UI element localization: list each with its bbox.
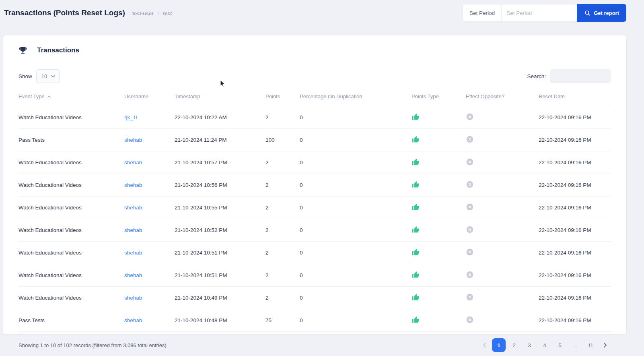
reset-date-cell: 22-10-2024 09:16 PM — [539, 242, 611, 264]
username-link[interactable]: shehab — [124, 205, 142, 211]
username-link[interactable]: shehab — [124, 250, 142, 256]
column-header-reset-date[interactable]: Reset Date — [539, 93, 611, 106]
points-type-cell — [412, 106, 466, 129]
column-header-effect-opposite[interactable]: Effect Opposite? — [466, 93, 539, 106]
thumbs-up-icon — [412, 158, 420, 166]
pagination-pages: 12345...11 — [492, 338, 597, 352]
timestamp-cell: 21-10-2024 10:52 PM — [175, 219, 265, 242]
effect-opposite-cell — [466, 287, 539, 309]
search-input[interactable] — [550, 69, 611, 83]
page-button[interactable]: 4 — [538, 338, 551, 352]
reset-date-cell: 22-10-2024 09:16 PM — [539, 309, 611, 332]
reset-date-cell: 22-10-2024 09:16 PM — [539, 106, 611, 129]
x-circle-icon — [466, 271, 474, 279]
set-period-input[interactable] — [501, 4, 577, 22]
breadcrumb-separator: / — [158, 11, 159, 17]
username-link[interactable]: shehab — [124, 295, 142, 301]
username-cell: shehab — [124, 129, 175, 151]
page-button[interactable]: 3 — [523, 338, 536, 352]
points-cell: 75 — [265, 309, 300, 332]
page-button[interactable]: 2 — [507, 338, 521, 352]
username-cell: shehab — [124, 151, 175, 174]
sort-asc-icon — [47, 95, 51, 98]
username-link[interactable]: shehab — [124, 317, 142, 323]
thumbs-up-icon — [412, 248, 420, 256]
get-report-label: Get report — [594, 10, 619, 16]
next-page-button[interactable] — [599, 338, 611, 352]
timestamp-cell: 21-10-2024 10:51 PM — [175, 242, 265, 264]
page-button[interactable]: 11 — [584, 338, 597, 352]
x-circle-icon — [466, 203, 474, 211]
percentage-cell: 0 — [300, 309, 412, 332]
points-type-cell — [412, 309, 466, 332]
points-cell: 2 — [265, 264, 300, 287]
percentage-cell: 0 — [300, 106, 412, 129]
percentage-cell: 0 — [300, 264, 412, 287]
reset-date-cell: 22-10-2024 09:16 PM — [539, 264, 611, 287]
username-link[interactable]: shehab — [124, 227, 142, 233]
previous-page-button[interactable] — [478, 338, 490, 352]
effect-opposite-cell — [466, 174, 539, 197]
timestamp-cell: 21-10-2024 10:56 PM — [175, 174, 265, 197]
event-type-cell: Watch Educational Videos — [19, 197, 124, 219]
breadcrumb: test-user / test — [132, 11, 172, 17]
thumbs-up-icon — [412, 226, 420, 234]
percentage-cell: 0 — [300, 287, 412, 309]
points-type-cell — [412, 129, 466, 151]
effect-opposite-cell — [466, 264, 539, 287]
points-cell: 2 — [265, 106, 300, 129]
username-cell: shehab — [124, 309, 175, 332]
breadcrumb-item-user[interactable]: test-user — [132, 11, 154, 17]
points-cell: 100 — [265, 129, 300, 151]
username-link[interactable]: rjk_1l — [124, 114, 137, 120]
page-button[interactable]: 1 — [492, 338, 506, 352]
table-row: Watch Educational Videos rjk_1l 22-10-20… — [19, 106, 611, 129]
username-link[interactable]: shehab — [124, 272, 142, 278]
points-cell: 2 — [265, 197, 300, 219]
column-header-points[interactable]: Points — [265, 93, 300, 106]
effect-opposite-cell — [466, 242, 539, 264]
reset-date-cell: 22-10-2024 09:16 PM — [539, 151, 611, 174]
username-link[interactable]: shehab — [124, 182, 142, 188]
page-size-select[interactable]: 10 — [36, 69, 60, 83]
get-report-button[interactable]: Get report — [577, 4, 626, 22]
table-row: Pass Tests shehab 21-10-2024 10:48 PM 75… — [19, 309, 611, 332]
effect-opposite-cell — [466, 129, 539, 151]
event-type-cell: Watch Educational Videos — [19, 287, 124, 309]
timestamp-cell: 21-10-2024 10:51 PM — [175, 264, 265, 287]
x-circle-icon — [466, 226, 474, 234]
x-circle-icon — [466, 180, 474, 188]
event-type-cell: Watch Educational Videos — [19, 242, 124, 264]
pagination: 12345...11 — [478, 338, 611, 352]
percentage-cell: 0 — [300, 151, 412, 174]
column-header-event-type[interactable]: Event Type — [19, 93, 124, 106]
points-type-cell — [412, 287, 466, 309]
search-icon — [584, 10, 591, 16]
x-circle-icon — [466, 248, 474, 256]
event-type-cell: Watch Educational Videos — [19, 219, 124, 242]
timestamp-cell: 21-10-2024 10:57 PM — [175, 151, 265, 174]
effect-opposite-cell — [466, 219, 539, 242]
column-header-username[interactable]: Username — [124, 93, 175, 106]
username-cell: shehab — [124, 242, 175, 264]
percentage-cell: 0 — [300, 219, 412, 242]
points-cell: 2 — [265, 151, 300, 174]
reset-date-cell: 22-10-2024 09:16 PM — [539, 219, 611, 242]
thumbs-up-icon — [412, 113, 420, 121]
event-type-cell: Pass Tests — [19, 309, 124, 332]
table-row: Watch Educational Videos shehab 21-10-20… — [19, 174, 611, 197]
points-type-cell — [412, 264, 466, 287]
chevron-down-icon — [51, 75, 56, 78]
username-link[interactable]: shehab — [124, 159, 142, 166]
column-header-timestamp[interactable]: Timestamp — [175, 93, 265, 106]
points-cell: 2 — [265, 219, 300, 242]
column-header-points-type[interactable]: Points Type — [412, 93, 466, 106]
table-body: Watch Educational Videos rjk_1l 22-10-20… — [19, 106, 611, 332]
table-row: Watch Educational Videos shehab 21-10-20… — [19, 287, 611, 309]
page-button[interactable]: 5 — [553, 338, 567, 352]
points-cell: 2 — [265, 174, 300, 197]
column-header-percentage[interactable]: Percentage On Duplication — [300, 93, 412, 106]
breadcrumb-item-test[interactable]: test — [163, 11, 172, 17]
username-link[interactable]: shehab — [124, 137, 142, 143]
reset-date-cell: 22-10-2024 09:16 PM — [539, 174, 611, 197]
